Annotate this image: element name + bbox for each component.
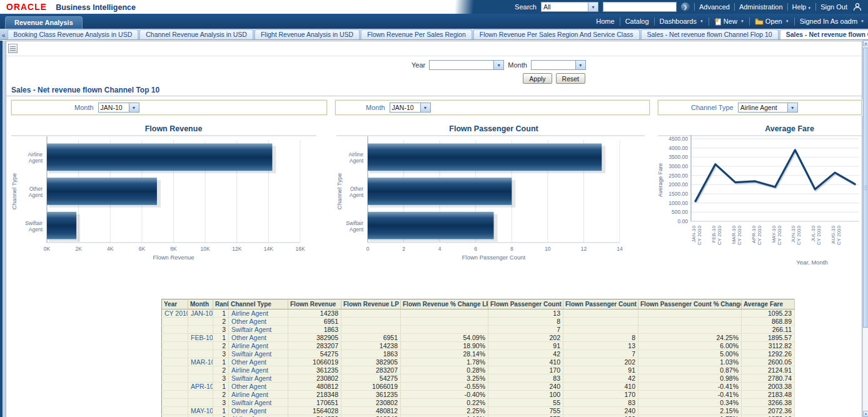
svg-text:8: 8 (510, 246, 513, 252)
month-filter-select-2[interactable]: JAN-10 ▼ (390, 103, 431, 113)
year-select[interactable]: ▼ (429, 60, 504, 70)
filter-label: Channel Type (691, 104, 734, 111)
channel-type-link[interactable]: Airline Agent (229, 391, 288, 399)
svg-text:12: 12 (581, 246, 587, 252)
channel-type-link[interactable]: Other Agent (229, 334, 288, 342)
page-options-icon[interactable] (8, 44, 18, 53)
svg-text:CY 2010: CY 2010 (757, 225, 762, 245)
table-cell: JAN-10 (188, 309, 213, 318)
column-header[interactable]: Flown Revenue LP (341, 299, 401, 309)
table-cell: 2780.74 (742, 374, 795, 383)
column-header[interactable]: Rank (213, 299, 229, 309)
channel-type-link[interactable]: Other Agent (229, 358, 288, 366)
channel-type-link[interactable]: Other Agent (229, 383, 288, 391)
month-select[interactable]: ▼ (531, 60, 586, 70)
table-cell (563, 318, 638, 326)
channel-type-filter-select[interactable]: Airline Agent ▼ (738, 103, 798, 113)
table-row: 2Airline Agent3612352832070.28%170910.87… (162, 366, 795, 374)
table-cell: FEB-10 (188, 334, 213, 342)
search-input[interactable] (603, 2, 677, 12)
apply-button[interactable]: Apply (523, 73, 552, 84)
advanced-link[interactable]: Advanced (699, 3, 730, 11)
column-header[interactable]: Flown Passenger Count (488, 299, 563, 309)
global-search-area: Search All ▼ ❯ Advanced Administration H… (455, 0, 868, 14)
open-menu[interactable]: Open▼ (755, 18, 789, 25)
channel-type-link[interactable]: Other Agent (229, 318, 288, 326)
column-header[interactable]: Average Fare (742, 299, 795, 309)
user-icon (852, 3, 863, 11)
table-cell: 170651 (288, 399, 341, 407)
table-cell: 83 (563, 399, 638, 407)
table-cell: 100 (488, 391, 563, 399)
table-cell: -0.40% (401, 391, 488, 399)
scroll-down-arrow-icon[interactable]: ▼ (863, 411, 868, 417)
channel-type-link[interactable]: Swiftair Agent (229, 326, 288, 334)
column-header[interactable]: Channel Type (229, 299, 288, 309)
top-header-bar: ORACLE Business Intelligence Search All … (0, 0, 868, 14)
svg-text:10K: 10K (201, 246, 210, 252)
sign-out-link[interactable]: Sign Out (820, 3, 847, 11)
tab-revenue-analysis[interactable]: Revenue Analysis (5, 16, 83, 29)
scroll-tabs-left-icon[interactable]: « (2, 32, 6, 39)
reset-button[interactable]: Reset (556, 73, 585, 84)
table-cell (638, 318, 742, 326)
channel-type-link[interactable]: Airline Agent (229, 342, 288, 350)
table-cell (188, 318, 213, 326)
table-cell: 1.16% (401, 415, 488, 417)
column-header[interactable]: Flown Passenger Count LP (563, 299, 638, 309)
table-row: 2Other Agent69518868.89 (162, 318, 795, 326)
subtab-4[interactable]: Flown Revenue Per Sales Region (361, 29, 472, 39)
subtab-5[interactable]: Flown Revenue Per Sales Region And Servi… (473, 29, 640, 39)
column-header[interactable]: Month (188, 299, 213, 309)
oracle-bi-dashboard: ORACLE Business Intelligence Search All … (0, 0, 868, 417)
month-filter-select-1[interactable]: JAN-10 ▼ (98, 103, 139, 113)
divider (787, 3, 788, 11)
column-header[interactable]: Flown Revenue (288, 299, 341, 309)
signed-in-as-menu[interactable]: Signed In As oadm▼ (800, 18, 864, 25)
subtab-1[interactable]: Booking Class Revenue Analysis in USD (8, 29, 139, 39)
home-link[interactable]: Home (596, 18, 614, 25)
table-cell: 0.34% (638, 399, 742, 407)
channel-type-link[interactable]: Swiftair Agent (229, 399, 288, 407)
table-cell: 240 (488, 383, 563, 391)
dashboards-menu[interactable]: Dashboards▼ (660, 18, 704, 25)
column-header[interactable]: Year (162, 299, 188, 309)
svg-text:Average Fare: Average Fare (765, 124, 814, 133)
subtab-6[interactable]: Sales - Net revenue flown Channel Flop 1… (641, 29, 779, 39)
subtab-3[interactable]: Flight Revenue Analysis in USD (255, 29, 360, 39)
administration-link[interactable]: Administration (739, 3, 783, 11)
table-cell (162, 391, 188, 399)
table-cell: 2.15% (638, 407, 742, 415)
table-cell: 13 (488, 309, 563, 318)
results-table: YearMonthRankChannel TypeFlown RevenueFl… (161, 299, 795, 417)
table-cell (188, 366, 213, 374)
subtab-7[interactable]: Sales - Net revenue flown Channel Top 10 (780, 29, 868, 39)
table-cell: 83 (488, 374, 563, 383)
table-cell: 2003.38 (742, 383, 795, 391)
subtab-2[interactable]: Channel Revenue Analysis in USD (139, 29, 253, 39)
table-cell: 266.11 (742, 326, 795, 334)
channel-type-link[interactable]: Airline Agent (229, 366, 288, 374)
help-menu[interactable]: Help▼ (792, 3, 812, 11)
column-header[interactable]: Flown Revenue % Change LP (401, 299, 488, 309)
table-cell: 14238 (288, 309, 341, 318)
vertical-scrollbar[interactable]: ▲ ▼ (862, 40, 868, 417)
column-header[interactable]: Flown Passenger Count % Change LP (638, 299, 742, 309)
scrollbar-thumb[interactable] (863, 48, 868, 328)
channel-type-link[interactable]: Airline Agent (229, 309, 288, 318)
table-cell: 1863 (341, 350, 401, 358)
new-menu[interactable]: New▼ (714, 18, 744, 26)
channel-type-link[interactable]: Swiftair Agent (229, 350, 288, 358)
channel-type-link[interactable]: Other Agent (229, 407, 288, 415)
channel-type-link[interactable]: Swiftair Agent (229, 374, 288, 383)
table-cell (162, 374, 188, 383)
catalog-link[interactable]: Catalog (625, 18, 649, 25)
search-go-icon[interactable]: ❯ (681, 3, 690, 11)
channel-type-link[interactable]: Airline Agent (229, 415, 288, 417)
chevron-down-icon: ▼ (787, 103, 797, 112)
search-scope-select[interactable]: All ▼ (541, 2, 598, 12)
table-cell: 1895.57 (742, 334, 795, 342)
table-cell: 24.25% (638, 334, 742, 342)
scroll-up-arrow-icon[interactable]: ▲ (863, 40, 868, 46)
filter-panel-channel-type: Channel Type Airline Agent ▼ (658, 100, 862, 115)
